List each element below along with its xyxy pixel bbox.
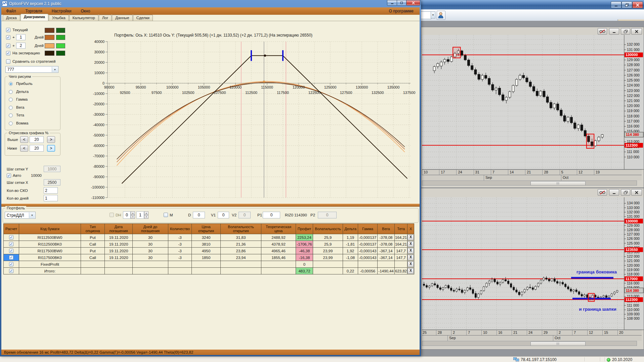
cell-theo[interactable]: 1855,46 — [261, 254, 296, 261]
radio-Тета[interactable] — [9, 113, 13, 117]
cell-theta[interactable]: 147,7 — [395, 254, 407, 261]
cell-theta[interactable]: 147,7 — [395, 248, 407, 254]
cell-qty[interactable]: -3 — [168, 241, 192, 248]
cell-theo[interactable]: 2488,92 — [261, 234, 296, 241]
cell-type[interactable]: Put — [81, 248, 105, 254]
cell-profit[interactable]: 2253,24 — [296, 234, 313, 241]
cell-date[interactable]: 19.11.2020 — [105, 241, 133, 248]
checkbox-m[interactable]: ✓ — [164, 213, 168, 217]
row-checkbox-cell[interactable]: ✓ — [4, 254, 19, 261]
cell-gamma[interactable]: -0,000143 — [358, 248, 378, 254]
cell-days[interactable] — [133, 268, 168, 274]
radio-Вомма[interactable] — [9, 121, 13, 125]
cell-type[interactable]: Call — [81, 254, 105, 261]
cell-date[interactable] — [105, 268, 133, 274]
daily-chart-disconnect-button[interactable] — [598, 28, 607, 35]
p1-input[interactable] — [263, 212, 280, 218]
cell-delta[interactable]: -1,08 — [343, 254, 358, 261]
spinner-1[interactable]: 0 ▲ ▼ — [123, 211, 135, 219]
daily-chart-minimize-button[interactable] — [609, 28, 619, 35]
tab-Калькулятор[interactable]: Калькулятор — [69, 15, 98, 21]
checkbox-plus2[interactable]: ✓ — [6, 44, 10, 48]
quik-maximize-button[interactable] — [621, 1, 632, 8]
checkbox-plus1[interactable]: ✓ — [6, 35, 10, 40]
checkbox-compare-strategy[interactable]: ✓ — [6, 59, 10, 64]
quik-minimize-button[interactable] — [611, 1, 621, 8]
cell-gamma[interactable]: -0,000137 — [358, 241, 378, 248]
menu-item-0[interactable]: Файл — [1, 9, 21, 13]
tab-Сделки[interactable]: Сделки — [133, 15, 153, 21]
chart-window-daily[interactable] — [421, 27, 644, 188]
cell-gamma[interactable]: -0,000137 — [358, 234, 378, 241]
remove-row-button[interactable]: X — [407, 255, 414, 260]
daily-chart-restore-button[interactable] — [621, 28, 630, 35]
cell-open[interactable] — [192, 268, 221, 274]
spinner-down-icon[interactable]: ▼ — [131, 215, 135, 219]
cell-open[interactable]: 3810 — [192, 241, 221, 248]
cell-date[interactable]: 19.11.2020 — [105, 248, 133, 254]
checkbox-current[interactable]: ✓ — [6, 28, 10, 32]
checkbox-auto[interactable]: ✓ — [7, 173, 11, 178]
spinner-up-icon[interactable]: ▲ — [144, 211, 148, 215]
cell-ivo[interactable]: 31,83 — [221, 234, 261, 241]
cell-qty[interactable]: -3 — [168, 234, 192, 241]
color-swatch[interactable] — [45, 51, 54, 56]
row-checkbox[interactable]: ✓ — [9, 242, 13, 246]
cell-gamma[interactable] — [358, 261, 378, 268]
cell-code[interactable]: RI117500BW0 — [19, 248, 81, 254]
d-input[interactable] — [193, 212, 205, 218]
cell-theo[interactable]: 4378,92 — [261, 241, 296, 248]
radio-Дельта[interactable] — [9, 90, 13, 94]
days1-input[interactable] — [16, 34, 26, 40]
cell-iv[interactable] — [313, 261, 343, 268]
remove-row-button[interactable]: X — [407, 268, 414, 274]
row-checkbox-cell[interactable]: ✓ — [4, 248, 19, 254]
cell-delta[interactable]: -1,81 — [343, 241, 358, 248]
tab-Лог[interactable]: Лог — [99, 15, 112, 21]
radio-Гамма[interactable] — [9, 98, 13, 102]
cell-type[interactable] — [81, 268, 105, 274]
grid-x-input[interactable] — [44, 179, 60, 186]
cell-type[interactable]: Put — [81, 234, 105, 241]
cell-vega[interactable]: -367,14 — [378, 254, 395, 261]
cell-theo[interactable] — [261, 268, 296, 274]
spinner-up-icon[interactable]: ▲ — [131, 211, 135, 215]
v2-input[interactable] — [239, 212, 251, 218]
cell-gamma[interactable]: -0,00056 — [358, 268, 378, 274]
color-swatch[interactable] — [56, 43, 65, 48]
cell-profit[interactable]: 483,72 — [296, 268, 313, 274]
cell-ivo[interactable] — [221, 268, 261, 274]
daily-chart-close-button[interactable] — [631, 28, 642, 35]
row-checkbox[interactable]: ✓ — [9, 269, 13, 273]
daily-chart-scrollbar[interactable] — [422, 180, 637, 186]
above-increase-button[interactable]: > — [47, 136, 55, 143]
remove-row-button[interactable]: X — [407, 241, 414, 247]
combobox-dropdown-arrow[interactable]: ▼ — [431, 11, 435, 18]
row-checkbox[interactable]: ✓ — [9, 249, 13, 253]
cell-code[interactable]: RI112500BW0 — [19, 234, 81, 241]
cell-code[interactable]: FixedProfit — [19, 261, 81, 268]
color-swatch[interactable] — [56, 35, 65, 40]
below-value[interactable] — [30, 145, 44, 152]
scrollbar-thumb[interactable] — [530, 181, 586, 186]
cell-type[interactable]: Call — [81, 241, 105, 248]
chart-window-intraday[interactable] — [421, 188, 644, 350]
quik-close-button[interactable] — [632, 1, 643, 8]
cell-delta[interactable] — [343, 261, 358, 268]
tab-Данные[interactable]: Данные — [112, 15, 133, 21]
color-swatch[interactable] — [45, 28, 54, 33]
cell-code[interactable]: Итого: — [19, 268, 81, 274]
color-swatch[interactable] — [45, 35, 54, 40]
cell-code[interactable]: RI112500BK0 — [19, 241, 81, 248]
cell-qty[interactable] — [168, 261, 192, 268]
checkbox-dh[interactable]: ✓ — [110, 213, 114, 217]
grid-y-input[interactable] — [44, 166, 60, 172]
cell-profit[interactable]: -46,38 — [296, 248, 313, 254]
cell-theta[interactable]: 164,21 — [395, 241, 407, 248]
cell-theta[interactable]: 164,21 — [395, 234, 407, 241]
cell-profit[interactable]: 0 — [296, 261, 313, 268]
remove-row-button[interactable]: X — [407, 248, 414, 254]
cell-date[interactable] — [105, 261, 133, 268]
scrollbar-thumb[interactable] — [530, 342, 586, 346]
remove-row-button[interactable]: X — [407, 235, 414, 240]
